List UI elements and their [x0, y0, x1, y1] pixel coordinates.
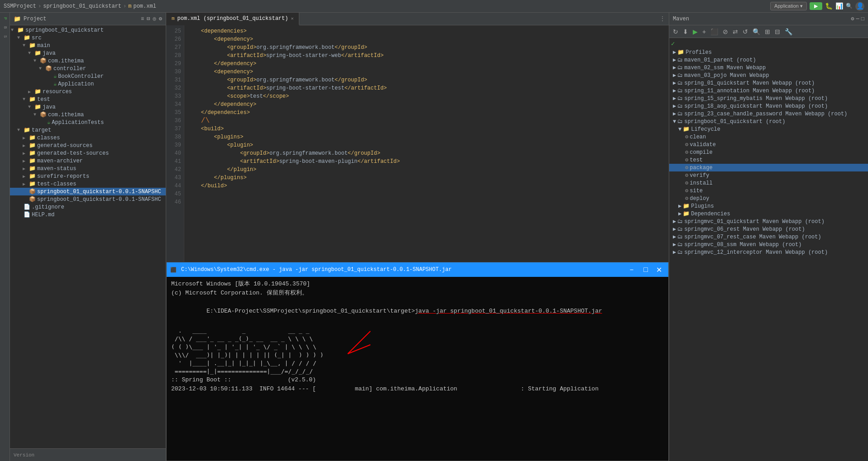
- tree-jar1[interactable]: 📦 springboot_01_quickstart-0.0.1-SNAPSHC: [10, 188, 166, 195]
- tree-arrow-controller: ▼: [39, 66, 45, 71]
- maven-item-dependencies[interactable]: ▶ 📁 Dependencies: [669, 210, 868, 218]
- locate-icon[interactable]: ◎: [153, 15, 156, 22]
- file-name[interactable]: pom.xml: [133, 3, 156, 10]
- tree-test-java[interactable]: ▼ 📁 java: [10, 103, 166, 111]
- maven-item-spring23[interactable]: ▶ 🗂 spring_23_case_handle_password Maven…: [669, 110, 868, 118]
- maven-toggle-btn[interactable]: ⇄: [731, 27, 740, 36]
- terminal-close-btn[interactable]: ✕: [653, 266, 665, 274]
- maven-item-parent[interactable]: ▶ 🗂 maven_01_parent (root): [669, 56, 868, 64]
- user-icon[interactable]: 👤: [855, 2, 864, 11]
- maven-sync-btn[interactable]: ↺: [741, 27, 750, 36]
- sidebar-icon-project[interactable]: P: [1, 14, 9, 23]
- maven-item-clean[interactable]: ⚙ clean: [669, 133, 868, 141]
- tree-classes[interactable]: ▶ 📁 classes: [10, 134, 166, 142]
- maven-download-btn[interactable]: ⬇: [681, 27, 690, 36]
- maven-item-package[interactable]: ⚙ package ↗: [669, 164, 868, 171]
- tree-controller[interactable]: ▼ 📦 controller: [10, 65, 166, 72]
- maven-expand-all-btn[interactable]: ⊞: [763, 27, 772, 36]
- tree-surefire[interactable]: ▶ 📁 surefire-reports: [10, 172, 166, 180]
- tree-root[interactable]: ▼ 📁 springboot_01_quickstart: [10, 26, 166, 34]
- tab-close-btn[interactable]: ✕: [291, 16, 293, 21]
- sidebar-icon-notifications[interactable]: [859, 18, 868, 26]
- maven-item-lifecycle[interactable]: ▼ 📁 Lifecycle: [669, 125, 868, 133]
- tree-jar2[interactable]: 📦 springboot_01_quickstart-0.0.1-SNAFSHC: [10, 195, 166, 203]
- tree-generated-test-sources[interactable]: ▶ 📁 generated-test-sources: [10, 149, 166, 157]
- maven-item-spring11[interactable]: ▶ 🗂 spring_11_annotation Maven Webapp (r…: [669, 87, 868, 95]
- maven-tools-btn[interactable]: 🔧: [783, 27, 794, 36]
- maven-springmvc01-label: springmvc_01_quickstart Maven Webapp (ro…: [684, 219, 825, 225]
- tree-test-com[interactable]: ▼ 📦 com.itheima: [10, 111, 166, 119]
- maven-add-btn[interactable]: +: [700, 27, 708, 36]
- tree-bookcontroller[interactable]: ☕ BookController: [10, 72, 166, 80]
- maven-item-ssm[interactable]: ▶ 🗂 maven_02_ssm Maven Webapp: [669, 64, 868, 71]
- tree-src[interactable]: ▼ 📁 src: [10, 34, 166, 42]
- project-options-icon[interactable]: ≡: [141, 16, 144, 22]
- tree-resources[interactable]: ▶ 📁 resources: [10, 88, 166, 95]
- project-panel-header: 📁 Project ≡ ⊟ ◎ ⚙: [10, 13, 166, 25]
- search-icon[interactable]: 🔍: [846, 3, 853, 10]
- tree-java[interactable]: ▼ 📁 java: [10, 49, 166, 57]
- debug-button[interactable]: 🐛: [825, 2, 833, 10]
- tree-maven-archiver[interactable]: ▶ 📁 maven-archiver: [10, 157, 166, 165]
- editor-tab-more[interactable]: ⋮: [656, 15, 669, 22]
- tree-main[interactable]: ▼ 📁 main: [10, 42, 166, 49]
- maven-skip-btn[interactable]: ⊘: [721, 27, 730, 36]
- maven-collapse-all-btn[interactable]: ⊟: [773, 27, 782, 36]
- maven-item-springmvc01[interactable]: ▶ 🗂 springmvc_01_quickstart Maven Webapp…: [669, 218, 868, 225]
- profile-button[interactable]: 📊: [835, 2, 843, 10]
- tree-application[interactable]: ☕ Application: [10, 80, 166, 88]
- maven-close-icon[interactable]: —: [856, 16, 859, 22]
- maven-item-plugins[interactable]: ▶ 📁 Plugins: [669, 202, 868, 210]
- maven-item-profiles[interactable]: ▶ 📁 Profiles: [669, 48, 868, 56]
- tree-test-classes[interactable]: ▶ 📁 test-classes: [10, 180, 166, 188]
- maven-deploy-icon: ⚙: [685, 195, 688, 202]
- run-config-dropdown[interactable]: Application ▾: [770, 2, 807, 10]
- md-icon: 📄: [24, 211, 30, 218]
- tree-helpmd[interactable]: 📄 HELP.md: [10, 211, 166, 219]
- terminal-maximize-btn[interactable]: □: [641, 266, 651, 274]
- editor-tab-pom[interactable]: m pom.xml (springboot_01_quickstart) ✕: [166, 13, 299, 25]
- maven-item-validate[interactable]: ⚙ validate: [669, 141, 868, 148]
- terminal-minimize-btn[interactable]: －: [625, 265, 638, 275]
- maven-item-verify[interactable]: ⚙ verify: [669, 171, 868, 179]
- maven-item-springmvc07[interactable]: ▶ 🗂 springmvc_07_rest_case Maven Webapp …: [669, 233, 868, 241]
- sidebar-icon-structure[interactable]: S: [1, 33, 9, 41]
- folder-icon-test-classes: 📁: [29, 181, 36, 187]
- tree-com-itheima[interactable]: ▼ 📦 com.itheima: [10, 57, 166, 65]
- maven-settings-icon[interactable]: ⚙: [851, 15, 854, 22]
- tree-maven-status[interactable]: ▶ 📁 maven-status: [10, 165, 166, 172]
- terminal-content[interactable]: Microsoft Windows [版本 10.0.19045.3570] (…: [167, 277, 668, 461]
- code-line-43: <artifactId>spring-boot-maven-plugin</ar…: [188, 157, 665, 166]
- maven-item-test[interactable]: ⚙ test: [669, 156, 868, 164]
- maven-item-springmvc12[interactable]: ▶ 🗂 springmvc_12_interceptor Maven Webap…: [669, 248, 868, 256]
- java-icon-application: ☕: [53, 81, 57, 87]
- maven-spring11-label: spring_11_annotation Maven Webapp (root): [684, 88, 815, 94]
- maven-run-btn[interactable]: ▶: [691, 27, 700, 36]
- maven-item-install[interactable]: ⚙ install: [669, 179, 868, 187]
- tree-test[interactable]: ▼ 📁 test: [10, 95, 166, 103]
- settings-icon[interactable]: ⚙: [159, 15, 162, 22]
- maven-item-site[interactable]: ⚙ site: [669, 187, 868, 195]
- tree-target[interactable]: ▼ 📁 target: [10, 126, 166, 134]
- maven-item-spring18[interactable]: ▶ 🗂 spring_18_aop_quickstart Maven Webap…: [669, 102, 868, 110]
- tree-gitignore[interactable]: 📄 .gitignore: [10, 203, 166, 211]
- module-name[interactable]: springboot_01_quickstart: [43, 3, 121, 10]
- maven-item-deploy[interactable]: ⚙ deploy: [669, 195, 868, 202]
- maven-item-spring15[interactable]: ▶ 🗂 spring_15_spring_mybatis Maven Webap…: [669, 95, 868, 102]
- maven-item-compile[interactable]: ⚙ compile: [669, 148, 868, 156]
- tree-applicationtests[interactable]: ☕ ApplicationTests: [10, 119, 166, 126]
- maven-refresh-btn[interactable]: ↻: [671, 27, 680, 36]
- maven-item-springmvc08[interactable]: ▶ 🗂 springmvc_08_ssm Maven Webapp (root): [669, 241, 868, 248]
- maven-item-springboot01[interactable]: ▼ 🗂 springboot_01_quickstart (root): [669, 118, 868, 125]
- maven-search-btn[interactable]: 🔍: [751, 27, 762, 36]
- code-line-28: <artifactId>spring-boot-starter-web</art…: [188, 52, 665, 60]
- maven-stop-btn[interactable]: ⬛: [709, 27, 720, 36]
- run-button[interactable]: ▶: [810, 2, 822, 10]
- sidebar-icon-bookmarks[interactable]: B: [1, 24, 9, 32]
- tree-generated-sources[interactable]: ▶ 📁 generated-sources: [10, 142, 166, 149]
- maven-item-spring01[interactable]: ▶ 🗂 spring_01_quickstart Maven Webapp (r…: [669, 79, 868, 87]
- maven-item-pojo[interactable]: ▶ 🗂 maven_03_pojo Maven Webapp: [669, 71, 868, 79]
- project-name[interactable]: SSMProject: [4, 3, 36, 10]
- maven-item-springmvc06[interactable]: ▶ 🗂 springmvc_06_rest Maven Webapp (root…: [669, 225, 868, 233]
- collapse-all-icon[interactable]: ⊟: [147, 15, 150, 22]
